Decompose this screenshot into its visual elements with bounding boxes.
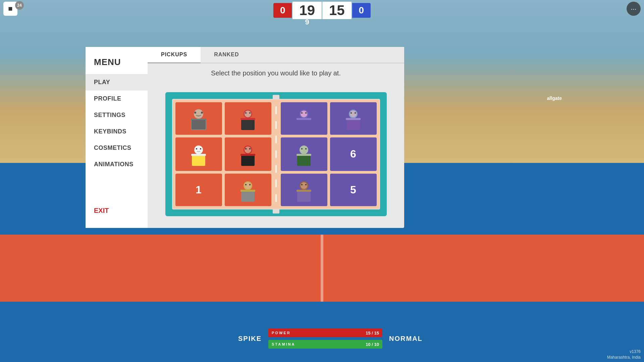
- power-bar-row: POWER 15 / 15: [268, 328, 382, 337]
- player-cell-left-number[interactable]: 1: [175, 174, 222, 206]
- svg-point-54: [305, 148, 307, 149]
- svg-rect-28: [240, 154, 255, 156]
- svg-rect-41: [297, 119, 311, 130]
- court-grid-container: 1: [148, 80, 404, 228]
- stamina-value: 10 / 10: [366, 342, 379, 347]
- stats-bars: POWER 15 / 15 STAMINA 10 / 10: [268, 328, 382, 349]
- power-value: 15 / 15: [366, 330, 379, 336]
- sidebar-item-cosmetics[interactable]: COSMETICS: [86, 140, 148, 156]
- tabs: PICKUPS RANKED: [148, 47, 404, 63]
- sidebar-item-play[interactable]: PLAY: [86, 74, 148, 90]
- stamina-label: STAMINA: [272, 342, 295, 346]
- court-grid-inner: 1: [172, 99, 380, 209]
- stamina-bar: STAMINA 10 / 10: [268, 340, 382, 349]
- svg-rect-21: [191, 154, 206, 156]
- player-cell-left-5[interactable]: [225, 174, 271, 206]
- svg-point-47: [355, 112, 356, 114]
- main-content: PICKUPS RANKED Select the position you w…: [148, 47, 404, 228]
- court-divider: [274, 100, 278, 209]
- svg-point-53: [301, 148, 303, 149]
- exit-button[interactable]: EXIT: [86, 200, 148, 221]
- svg-point-59: [301, 182, 307, 189]
- timer: 9: [305, 18, 309, 26]
- svg-point-46: [351, 112, 352, 114]
- svg-rect-13: [241, 119, 255, 130]
- svg-rect-35: [240, 190, 255, 192]
- court-grid-outer: 1: [165, 92, 387, 216]
- svg-point-40: [305, 112, 307, 114]
- main-score-right: 15: [322, 2, 352, 19]
- svg-point-39: [301, 112, 303, 114]
- svg-point-3: [195, 110, 202, 118]
- svg-point-31: [245, 182, 251, 189]
- svg-point-19: [200, 148, 201, 149]
- svg-point-12: [249, 112, 251, 114]
- tab-pickups[interactable]: PICKUPS: [148, 47, 201, 63]
- svg-point-33: [249, 184, 251, 185]
- location-info: v1376 Maharashtra, India: [607, 349, 641, 360]
- normal-label: NORMAL: [389, 335, 423, 343]
- svg-point-32: [245, 184, 247, 185]
- player-cell-right-number-5[interactable]: 5: [330, 174, 377, 206]
- menu-title: MENU: [86, 54, 148, 74]
- court-center-line: [321, 235, 323, 302]
- svg-rect-34: [241, 190, 255, 202]
- svg-rect-48: [346, 119, 360, 130]
- svg-point-24: [245, 146, 251, 153]
- location: Maharashtra, India: [607, 355, 641, 360]
- svg-rect-20: [192, 155, 205, 166]
- red-side-score: 0: [273, 3, 292, 18]
- svg-rect-62: [297, 190, 311, 202]
- main-score-left: 19 9: [292, 2, 322, 19]
- svg-rect-7: [192, 120, 206, 129]
- svg-rect-42: [297, 118, 311, 120]
- svg-point-61: [305, 184, 307, 185]
- svg-rect-49: [346, 118, 361, 120]
- player-cell-right-1[interactable]: [281, 102, 327, 135]
- position-instruction: Select the position you would like to pl…: [148, 63, 404, 80]
- player-cell-right-3[interactable]: [281, 137, 327, 171]
- svg-point-45: [350, 111, 357, 117]
- sidebar-item-profile[interactable]: PROFILE: [86, 90, 148, 107]
- svg-rect-56: [297, 154, 311, 156]
- sidebar-item-settings[interactable]: SETTINGS: [86, 107, 148, 123]
- player-cell-left-2[interactable]: [225, 102, 271, 135]
- svg-point-17: [195, 146, 202, 153]
- player-cell-left-1[interactable]: [175, 102, 222, 135]
- score-container: 0 19 9 15 0: [273, 2, 370, 19]
- svg-point-52: [301, 146, 307, 153]
- spike-label: SPIKE: [238, 335, 262, 343]
- top-hud: 0 19 9 15 0: [0, 0, 644, 19]
- spectator-name: allgate: [547, 96, 562, 101]
- sidebar: MENU PLAY PROFILE SETTINGS KEYBINDS COSM…: [86, 47, 148, 228]
- svg-rect-63: [297, 190, 311, 192]
- top-right-menu-icon[interactable]: ···: [627, 2, 641, 16]
- version: v1376: [630, 349, 641, 354]
- svg-rect-27: [241, 155, 255, 166]
- svg-point-10: [245, 111, 251, 117]
- svg-point-18: [196, 148, 197, 149]
- sidebar-item-animations[interactable]: ANIMATIONS: [86, 156, 148, 173]
- svg-point-25: [245, 148, 247, 149]
- svg-point-5: [201, 112, 203, 114]
- bottom-hud: SPIKE POWER 15 / 15 STAMINA 10 / 10 NORM…: [238, 328, 406, 349]
- svg-point-4: [194, 112, 196, 114]
- svg-rect-55: [297, 155, 311, 166]
- power-label: POWER: [272, 331, 291, 335]
- sidebar-item-keybinds[interactable]: KEYBINDS: [86, 123, 148, 140]
- tab-ranked[interactable]: RANKED: [201, 47, 252, 63]
- svg-point-38: [301, 111, 307, 117]
- player-cell-right-4[interactable]: [281, 174, 327, 206]
- player-cell-right-number-6[interactable]: 6: [330, 137, 377, 171]
- svg-point-11: [245, 112, 247, 114]
- power-bar: POWER 15 / 15: [268, 328, 382, 337]
- player-cell-left-4[interactable]: [225, 137, 271, 171]
- player-cell-right-2[interactable]: [330, 102, 377, 135]
- svg-point-60: [301, 184, 303, 185]
- svg-rect-14: [240, 118, 255, 120]
- stamina-bar-row: STAMINA 10 / 10: [268, 340, 382, 349]
- blue-side-score: 0: [352, 3, 371, 18]
- svg-point-26: [249, 148, 251, 149]
- player-cell-left-3[interactable]: [175, 137, 222, 171]
- dialog-overlay: MENU PLAY PROFILE SETTINGS KEYBINDS COSM…: [86, 47, 404, 228]
